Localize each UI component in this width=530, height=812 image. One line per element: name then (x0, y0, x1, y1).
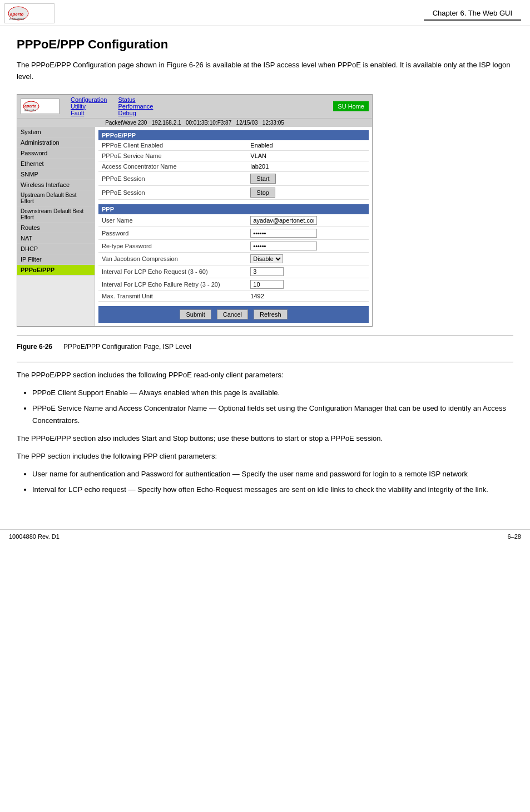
cancel-button[interactable]: Cancel (217, 309, 248, 319)
logo-area: aperto networks (4, 3, 55, 23)
pppoe-session-stop-cell: Stop (247, 185, 369, 199)
pppoe-service-label: PPPoE Service Name (98, 150, 247, 161)
lcp-failure-retry-value (247, 278, 369, 291)
sidebar-item-pppoe[interactable]: PPPoE/PPP (17, 265, 95, 275)
gui-logo: aperto networks (21, 99, 60, 114)
pppoe-section-header: PPPoE/PPP (98, 130, 369, 140)
retype-password-value (247, 239, 369, 252)
retype-password-label: Re-type Password (98, 239, 247, 252)
gui-main-panel: PPPoE/PPP PPPoE Client Enabled Enabled P… (95, 127, 372, 326)
table-row: User Name (98, 214, 369, 227)
mtu-label: Max. Transmit Unit (98, 291, 247, 301)
company-logo: aperto networks (4, 3, 55, 23)
footer-right: 6–28 (508, 533, 521, 540)
lcp-echo-request-value (247, 265, 369, 278)
sidebar-item-routes[interactable]: Routes (17, 223, 95, 233)
table-row: Interval For LCP Echo Request (3 - 60) (98, 265, 369, 278)
list-item: User name for authentication and Passwor… (32, 468, 513, 480)
sidebar-item-snmp[interactable]: SNMP (17, 169, 95, 180)
figure-divider (17, 336, 513, 336)
footer-left: 10004880 Rev. D1 (9, 533, 60, 540)
access-concentrator-label: Access Concentrator Name (98, 161, 247, 171)
table-row: Interval For LCP Echo Failure Retry (3 -… (98, 278, 369, 291)
svg-text:networks: networks (24, 109, 36, 112)
table-row: Access Concentrator Name lab201 (98, 161, 369, 171)
username-value (247, 214, 369, 227)
svg-text:aperto: aperto (10, 12, 24, 17)
pppoe-table: PPPoE Client Enabled Enabled PPPoE Servi… (98, 140, 369, 200)
sidebar-item-ethernet[interactable]: Ethernet (17, 159, 95, 169)
refresh-button[interactable]: Refresh (254, 309, 288, 319)
lcp-echo-request-label: Interval For LCP Echo Request (3 - 60) (98, 265, 247, 278)
main-content: PPPoE/PPP Configuration The PPPoE/PPP Co… (0, 26, 530, 513)
list-item: PPPoE Service Name and Access Concentrat… (32, 402, 513, 427)
nav-utility[interactable]: Utility (71, 103, 107, 110)
lcp-failure-retry-input[interactable] (250, 280, 284, 289)
device-time: 12:33:05 (262, 120, 284, 126)
sidebar-item-system[interactable]: System (17, 127, 95, 137)
sidebar-item-nat[interactable]: NAT (17, 233, 95, 244)
table-row: PPPoE Session Start (98, 171, 369, 185)
lcp-echo-request-input[interactable] (250, 267, 284, 276)
table-row: PPPoE Service Name VLAN (98, 150, 369, 161)
lcp-failure-retry-label: Interval For LCP Echo Failure Retry (3 -… (98, 278, 247, 291)
list-item: Interval for LCP echo request — Specify … (32, 484, 513, 496)
van-jacobson-select[interactable]: Disable Enable (250, 254, 283, 263)
body-text-2: The PPPoE/PPP section also includes Star… (17, 432, 513, 445)
chapter-title: Chapter 6. The Web GUI (424, 7, 521, 21)
pppoe-session-start-cell: Start (247, 171, 369, 185)
ppp-table: User Name Password Re-type Password (98, 214, 369, 302)
tab-performance[interactable]: Performance (118, 103, 153, 110)
submit-button[interactable]: Submit (180, 309, 211, 319)
stop-button[interactable]: Stop (250, 188, 275, 198)
device-date: 12/15/03 (236, 120, 258, 126)
figure-caption-text: PPPoE/PPP Configuration Page, ISP Level (63, 343, 191, 351)
sidebar-item-password[interactable]: Password (17, 148, 95, 159)
device-name: PacketWave 230 (105, 120, 147, 126)
figure-caption: Figure 6-26 PPPoE/PPP Configuration Page… (17, 343, 513, 351)
page-title: PPPoE/PPP Configuration (17, 37, 513, 52)
nav-configuration[interactable]: Configuration (71, 96, 107, 103)
gui-body: System Administration Password Ethernet … (17, 127, 372, 326)
password-input[interactable] (250, 229, 317, 238)
sidebar-item-downstream[interactable]: Downstream Default Best Effort (17, 206, 95, 223)
ppp-section-header: PPP (98, 204, 369, 214)
nav-fault[interactable]: Fault (71, 110, 107, 116)
gui-screenshot: aperto networks Configuration Utility Fa… (17, 94, 373, 327)
sidebar-item-wireless[interactable]: Wireless Interface (17, 180, 95, 190)
table-row: Max. Transmit Unit 1492 (98, 291, 369, 301)
gui-sidebar: System Administration Password Ethernet … (17, 127, 95, 326)
sidebar-item-upstream[interactable]: Upstream Default Best Effort (17, 190, 95, 206)
access-concentrator-value: lab201 (247, 161, 369, 171)
retype-password-input[interactable] (250, 242, 317, 250)
van-jacobson-label: Van Jacobson Compression (98, 252, 247, 265)
sidebar-item-ipfilter[interactable]: IP Filter (17, 254, 95, 265)
password-value (247, 227, 369, 239)
mtu-value: 1492 (247, 291, 369, 301)
sidebar-item-administration[interactable]: Administration (17, 137, 95, 148)
password-label: Password (98, 227, 247, 239)
device-ip: 192.168.2.1 (152, 120, 181, 126)
table-row: Re-type Password (98, 239, 369, 252)
sidebar-item-dhcp[interactable]: DHCP (17, 244, 95, 254)
bullet-list-2: User name for authentication and Passwor… (32, 468, 513, 496)
pppoe-client-label: PPPoE Client Enabled (98, 140, 247, 151)
table-row: Password (98, 227, 369, 239)
start-button[interactable]: Start (250, 174, 275, 184)
tab-status[interactable]: Status (118, 96, 153, 103)
svg-text:networks: networks (9, 17, 24, 21)
pppoe-session-start-label: PPPoE Session (98, 171, 247, 185)
van-jacobson-value: Disable Enable (247, 252, 369, 265)
device-mac: 00:01:3B:10:F3:87 (186, 120, 231, 126)
su-home-button[interactable]: SU Home (333, 101, 369, 111)
username-label: User Name (98, 214, 247, 227)
gui-footer-buttons: Submit Cancel Refresh (98, 306, 369, 323)
bullet-list-1: PPPoE Client Support Enable — Always ena… (32, 387, 513, 427)
figure-label: Figure 6-26 (17, 343, 52, 351)
username-input[interactable] (250, 216, 317, 225)
gui-nav-bar: aperto networks Configuration Utility Fa… (17, 95, 372, 118)
table-row: PPPoE Session Stop (98, 185, 369, 199)
body-text-3: The PPP section includes the following P… (17, 450, 513, 462)
tab-debug[interactable]: Debug (118, 110, 153, 116)
table-row: Van Jacobson Compression Disable Enable (98, 252, 369, 265)
